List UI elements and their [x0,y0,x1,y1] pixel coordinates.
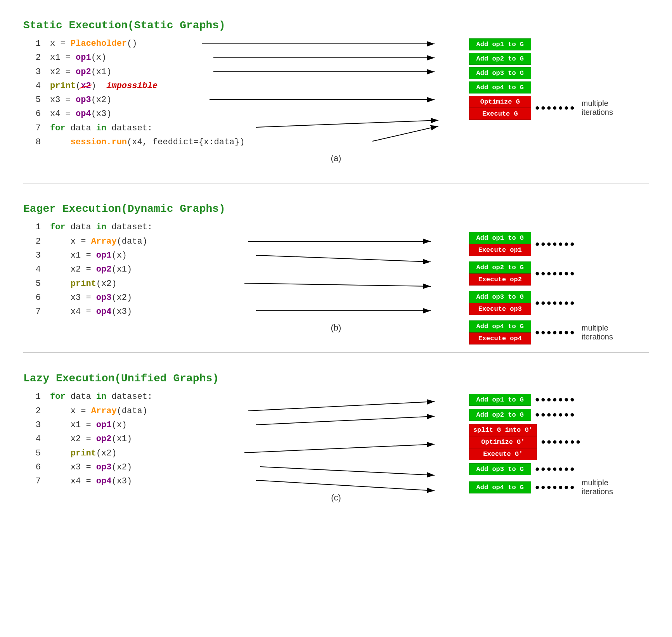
code-block-eager: 1 for data in dataset: 2 x = Array(data)… [23,220,152,319]
dots-eager-2: ●●●●●●● [535,269,576,278]
section-lazy: Lazy Execution(Unified Graphs) 1 for dat… [23,365,649,510]
line-6: 6 x4 = op4(x3) [23,107,245,121]
boxes-eager: Add op1 to G Execute op1 ●●●●●●● Add op2… [469,232,613,346]
lazy-line-4: 4 x2 = op2(x1) [23,432,152,446]
lazy-box-row-5: Add op4 to G ●●●●●●● multipleiterations [469,478,613,496]
lazy-box-row-4: Add op3 to G ●●●●●●● [469,463,613,475]
dots-lazy-2: ●●●●●●● [535,410,576,419]
svg-line-16 [260,467,435,475]
svg-line-15 [244,444,435,453]
box-row-5: Optimize G Execute G ●●●●●●● multipleite… [469,96,613,120]
line-2: 2 x1 = op1(x) [23,51,245,65]
dots-lazy-1: ●●●●●●● [535,395,576,404]
code-block-static: 1 x = Placeholder() 2 x1 = op1(x) 3 x2 =… [23,37,245,149]
dots-lazy-4: ●●●●●●● [535,465,576,474]
box-add-op4: Add op4 to G [469,81,531,93]
lazy-line-7: 7 x4 = op4(x3) [23,474,152,488]
caption-a: (a) [23,153,649,163]
multi-iter-eager: multipleiterations [582,324,613,341]
section-eager: Eager Execution(Dynamic Graphs) 1 for da… [23,195,649,341]
divider-2 [23,352,649,353]
svg-line-9 [256,255,431,262]
dots-static: ●●●●●●● [535,104,576,113]
lazy-line-2: 2 x = Array(data) [23,404,152,418]
svg-line-14 [256,416,435,425]
lazy-line-3: 3 x1 = op1(x) [23,418,152,432]
lazy-box-row-1: Add op1 to G ●●●●●●● [469,394,613,406]
eager-line-2: 2 x = Array(data) [23,235,152,249]
section-eager-title: Eager Execution(Dynamic Graphs) [23,203,649,215]
divider-1 [23,183,649,183]
svg-line-4 [256,120,438,127]
box-add-op3: Add op3 to G [469,67,531,79]
eager-box-row-4: Add op4 to G Execute op4 ●●●●●●● multipl… [469,320,613,344]
box-row-2: Add op2 to G [469,53,613,65]
eager-line-5: 5 print(x2) [23,277,152,291]
line-3: 3 x2 = op2(x1) [23,65,245,79]
line-4: 4 print(x2) impossible [23,79,245,93]
line-8: 8 session.run(x4, feeddict={x:data}) [23,135,245,149]
dots-eager-3: ●●●●●●● [535,299,576,308]
line-5: 5 x3 = op3(x2) [23,93,245,107]
lazy-box-row-2: Add op2 to G ●●●●●●● [469,409,613,421]
eager-line-7: 7 x4 = op4(x3) [23,305,152,319]
svg-line-5 [372,126,438,141]
box-optimize-execute: Optimize G Execute G [469,96,531,120]
svg-line-13 [248,402,435,411]
line-7: 7 for data in dataset: [23,121,245,135]
box-add-op1: Add op1 to G [469,38,531,50]
eager-box-row-1: Add op1 to G Execute op1 ●●●●●●● [469,232,613,256]
section-lazy-title: Lazy Execution(Unified Graphs) [23,372,649,384]
lazy-box-row-3: split G into G' Optimize G' Execute G' ●… [469,424,613,460]
box-row-1: Add op1 to G [469,38,613,50]
box-add-op2: Add op2 to G [469,53,531,65]
box-row-3: Add op3 to G [469,67,613,79]
eager-line-3: 3 x1 = op1(x) [23,249,152,263]
lazy-line-5: 5 print(x2) [23,447,152,460]
boxes-static: Add op1 to G Add op2 to G Add op3 to G A… [469,37,613,122]
eager-line-4: 4 x2 = op2(x1) [23,263,152,277]
multi-iter-static: multipleiterations [582,99,613,117]
dots-eager-4: ●●●●●●● [535,328,576,337]
dots-lazy-3: ●●●●●●● [541,438,582,447]
eager-line-6: 6 x3 = op3(x2) [23,291,152,305]
svg-line-17 [256,480,435,491]
dots-eager-1: ●●●●●●● [535,240,576,249]
multi-iter-lazy: multipleiterations [582,478,613,496]
dots-lazy-5: ●●●●●●● [535,483,576,492]
box-row-4: Add op4 to G [469,81,613,93]
section-static: Static Execution(Static Graphs) 1 x = Pl… [23,12,649,171]
eager-line-1: 1 for data in dataset: [23,220,152,234]
lazy-line-1: 1 for data in dataset: [23,390,152,404]
eager-box-row-2: Add op2 to G Execute op2 ●●●●●●● [469,261,613,286]
section-static-title: Static Execution(Static Graphs) [23,19,649,31]
svg-line-10 [244,283,431,286]
lazy-line-6: 6 x3 = op3(x2) [23,460,152,474]
line-1: 1 x = Placeholder() [23,37,245,51]
boxes-lazy: Add op1 to G ●●●●●●● Add op2 to G ●●●●●●… [469,394,613,498]
eager-box-row-3: Add op3 to G Execute op3 ●●●●●●● [469,291,613,315]
code-block-lazy: 1 for data in dataset: 2 x = Array(data)… [23,390,152,488]
